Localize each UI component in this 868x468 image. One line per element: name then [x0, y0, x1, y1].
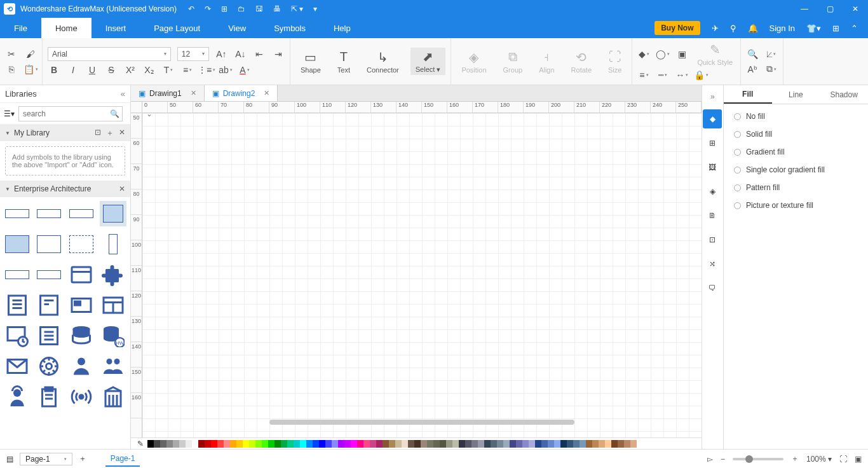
- color-swatch[interactable]: [262, 440, 268, 448]
- line-dash-icon[interactable]: ┉▾: [656, 69, 669, 81]
- bold-icon[interactable]: B: [48, 64, 60, 76]
- fill-panel-icon[interactable]: ◆: [703, 109, 722, 128]
- page-selector[interactable]: Page-1▾: [20, 453, 72, 465]
- eyedropper-icon[interactable]: ✎: [137, 439, 144, 448]
- color-swatch[interactable]: [395, 440, 402, 448]
- strike-icon[interactable]: S: [105, 64, 118, 76]
- add-icon[interactable]: ＋: [106, 128, 114, 139]
- library-category-icon[interactable]: ☰▾: [4, 109, 15, 118]
- color-swatch[interactable]: [586, 440, 592, 448]
- export-icon[interactable]: ⇱ ▾: [291, 4, 303, 13]
- account-icon[interactable]: 👕▾: [806, 24, 821, 33]
- color-swatch[interactable]: [351, 440, 357, 448]
- shape-rect-big[interactable]: [36, 231, 62, 257]
- color-swatch[interactable]: [192, 440, 198, 448]
- import-icon[interactable]: ⊡: [95, 128, 101, 139]
- color-swatch[interactable]: [491, 440, 497, 448]
- page-panel-icon[interactable]: 🗎: [703, 206, 722, 225]
- shadow-icon[interactable]: ▣: [675, 48, 688, 60]
- format-painter-icon[interactable]: 🖌: [24, 48, 37, 60]
- pages-overview-icon[interactable]: ▤: [6, 455, 13, 464]
- increase-font-icon[interactable]: A↑: [215, 48, 228, 60]
- subscript-icon[interactable]: X₂: [143, 64, 156, 76]
- indent-left-icon[interactable]: ⇤: [253, 48, 266, 60]
- menu-home[interactable]: Home: [41, 18, 92, 38]
- save-icon[interactable]: 🖫: [255, 4, 263, 13]
- line-spacing-icon[interactable]: ≡▾: [181, 64, 194, 76]
- color-swatch[interactable]: [154, 440, 160, 448]
- zoom-slider[interactable]: [733, 458, 783, 460]
- search-icon[interactable]: 🔍: [110, 109, 119, 118]
- undo-icon[interactable]: ↶: [188, 4, 194, 13]
- shape-rect-2[interactable]: [36, 201, 62, 226]
- color-swatch[interactable]: [630, 440, 637, 448]
- shape-browser-clock-icon[interactable]: [4, 323, 31, 348]
- color-swatch[interactable]: [433, 440, 440, 448]
- horizontal-scrollbar[interactable]: [269, 420, 574, 425]
- shuffle-panel-icon[interactable]: ⤭: [703, 254, 722, 273]
- position-tool[interactable]: ◈Position: [456, 48, 491, 75]
- close-tab-icon[interactable]: ✕: [191, 89, 196, 97]
- shape-table-icon[interactable]: [100, 292, 126, 318]
- color-swatch[interactable]: [281, 440, 287, 448]
- color-swatch[interactable]: [402, 440, 408, 448]
- shape-database-icon[interactable]: [68, 323, 95, 348]
- line-weight-icon[interactable]: ≡▾: [637, 69, 650, 81]
- color-swatch[interactable]: [332, 440, 338, 448]
- menu-symbols[interactable]: Symbols: [260, 18, 320, 38]
- doctab-drawing2[interactable]: ▣Drawing2✕: [205, 85, 278, 101]
- shape-rect-1[interactable]: [4, 201, 31, 226]
- color-swatch[interactable]: [484, 440, 491, 448]
- select-tool[interactable]: ⬈Select ▾: [410, 48, 446, 75]
- color-swatch[interactable]: [440, 440, 446, 448]
- color-swatch[interactable]: [300, 440, 306, 448]
- color-swatch[interactable]: [618, 440, 624, 448]
- zoom-in-icon[interactable]: ＋: [791, 453, 799, 464]
- new-icon[interactable]: ⊞: [221, 4, 227, 13]
- fill-option[interactable]: Single color gradient fill: [734, 165, 858, 174]
- lock-icon[interactable]: 🔒▾: [695, 69, 707, 81]
- decrease-font-icon[interactable]: A↓: [234, 48, 247, 60]
- color-swatch[interactable]: [370, 440, 376, 448]
- fit-page-icon[interactable]: ⛶: [839, 455, 847, 464]
- color-swatch[interactable]: [592, 440, 599, 448]
- shape-doc2-icon[interactable]: [36, 292, 62, 318]
- color-swatch[interactable]: [325, 440, 332, 448]
- bullets-icon[interactable]: ⋮≡▾: [200, 64, 213, 76]
- collapse-left-icon[interactable]: «: [121, 89, 125, 99]
- shape-broadcast-icon[interactable]: [68, 384, 95, 410]
- color-swatch[interactable]: [236, 440, 243, 448]
- rotate-tool[interactable]: ⟲Rotate: [566, 48, 597, 75]
- image-panel-icon[interactable]: 🖼: [703, 158, 722, 177]
- font-color-icon[interactable]: A▾: [238, 64, 251, 76]
- crop-icon[interactable]: ⟀▾: [765, 48, 778, 60]
- signin-link[interactable]: Sign In: [770, 24, 795, 33]
- color-swatch[interactable]: [319, 440, 325, 448]
- color-swatch[interactable]: [510, 440, 516, 448]
- color-swatch[interactable]: [548, 440, 554, 448]
- shape-support-icon[interactable]: [4, 384, 31, 410]
- drawing-canvas[interactable]: [142, 113, 702, 437]
- grid-panel-icon[interactable]: ⊞: [703, 134, 722, 153]
- shape-users-icon[interactable]: [100, 354, 126, 379]
- color-swatch[interactable]: [452, 440, 459, 448]
- color-swatch[interactable]: [459, 440, 465, 448]
- fit-width-icon[interactable]: ▣: [855, 455, 862, 464]
- color-swatch[interactable]: [611, 440, 618, 448]
- color-swatch[interactable]: [338, 440, 344, 448]
- presentation-icon[interactable]: ▻: [707, 455, 713, 464]
- fill-option[interactable]: Pattern fill: [734, 183, 858, 192]
- color-swatch[interactable]: [147, 440, 154, 448]
- fill-color-icon[interactable]: ◆▾: [637, 48, 650, 60]
- tab-line[interactable]: Line: [772, 85, 820, 104]
- connector-tool[interactable]: ↳Connector: [362, 48, 404, 75]
- shape-rect-3[interactable]: [68, 201, 95, 226]
- apps-icon[interactable]: ⊞: [832, 24, 839, 33]
- color-swatch[interactable]: [205, 440, 211, 448]
- color-swatch[interactable]: [427, 440, 433, 448]
- share-icon[interactable]: ⚲: [730, 24, 736, 33]
- shape-list-icon[interactable]: [36, 323, 62, 348]
- shape-doc-icon[interactable]: [4, 292, 31, 318]
- maximize-button[interactable]: ▢: [817, 0, 843, 18]
- color-swatch[interactable]: [408, 440, 414, 448]
